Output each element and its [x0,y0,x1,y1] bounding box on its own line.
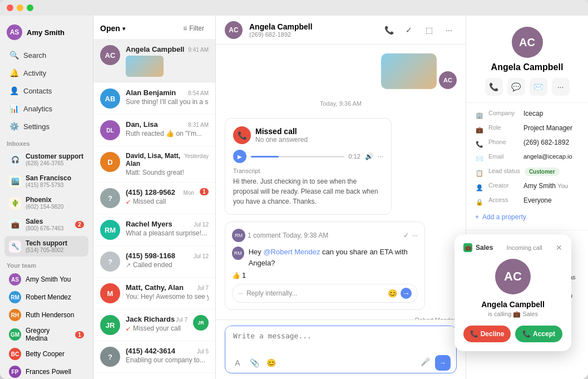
incoming-label: Incoming call [507,244,542,251]
check-comment-icon[interactable]: ✓ [403,232,409,239]
team-member-gregory[interactable]: GM Gregory Medina 1 [4,324,88,344]
conv-item-rachel[interactable]: RM Rachel MyersJul 12 What a pleasant su… [93,214,215,246]
conv-item-dan[interactable]: DL Dan, Lisa8:31 AM Ruth reacted 👍 on "I… [93,115,215,146]
comment-count: 1 comment [248,232,280,239]
more-audio-icon[interactable]: ··· [378,152,383,160]
conv-avatar: D [100,152,120,172]
conv-avatar: RM [100,220,120,240]
conv-item-matt[interactable]: M Matt, Cathy, AlanJul 7 You: Hey! Aweso… [93,278,215,309]
missed-call-icon2: ↙ [126,325,131,332]
decline-call-button[interactable]: 📞 Decline [463,326,511,342]
sidebar-item-label: Activity [23,69,46,77]
role-icon: 💼 [475,125,484,134]
call-button[interactable]: 📞 [381,22,397,38]
decline-icon: 📞 [470,330,478,338]
sidebar-profile[interactable]: AS Amy Smith [0,20,93,47]
profile-name: Amy Smith [27,28,65,37]
emoji-picker-icon[interactable]: 😊 [264,356,278,370]
inbox-tech-support[interactable]: 🔧 Tech support (514) 705-8002 [4,236,88,257]
inbox-phoenix[interactable]: 🌵 Phoenix (602) 154-9820 [4,193,88,213]
message-input-wrapper: A 📎 😊 🎤 → [225,326,457,373]
date-divider: Today, 9:36 AM [225,100,457,107]
inbox-san-francisco[interactable]: 🏙️ San Francisco (415) 875-5793 [4,171,88,191]
inbox-customer-support[interactable]: 🎧 Customer support (628) 246-3765 [4,149,88,170]
contacts-icon: 👤 [9,86,19,96]
toast-close-button[interactable]: ✕ [556,243,562,252]
check-button[interactable]: ✓ [401,22,417,38]
transfer-button[interactable]: ⬚ [421,22,437,38]
chat-contact-name: Angela Campbell [249,22,374,31]
avatar-gregory: GM [9,328,21,341]
chat-area: AC Angela Campbell (269) 682-1892 📞 ✓ ⬚ … [216,16,466,379]
conv-item-angela[interactable]: AC Angela Campbell 9:41 AM [93,40,215,83]
avatar-betty: BC [9,348,21,360]
transcript-text: Hi there. Just checking in to see when t… [233,176,383,206]
contact-more-button[interactable]: ··· [552,78,570,96]
contact-call-button[interactable]: 📞 [485,78,503,96]
toast-caller-name: Angela Campbell [463,300,562,309]
sidebar-item-settings[interactable]: ⚙️ Settings [4,118,88,135]
accept-call-button[interactable]: 📞 Accept [515,326,562,342]
more-options-button[interactable]: ··· [441,22,457,38]
team-member-amy[interactable]: AS Amy Smith You [4,271,88,288]
emoji-icon[interactable]: 😊 [388,289,397,298]
conv-item-phone3[interactable]: ? (415) 442-3614Jul 5 Enabling our compa… [93,341,215,373]
close-button[interactable] [7,4,13,11]
plus-property-icon: + [475,213,479,221]
toast-caller-sub: is calling 💼 Sales [463,311,562,318]
reply-internally-button[interactable]: ··· Reply internally... 😊 → [232,284,418,303]
status-label: Open [100,24,120,33]
conv-item-alan[interactable]: AB Alan Benjamin8:54 AM Sure thing! I'll… [93,83,215,115]
more-comment-icon[interactable]: ··· [412,232,418,239]
audio-progress-bar[interactable] [251,156,344,157]
toast-caller-avatar: AC [495,259,531,294]
contact-email-button[interactable]: ✉️ [530,78,547,96]
text-format-icon[interactable]: A [231,356,244,370]
minimize-button[interactable] [17,4,23,11]
team-member-robert[interactable]: RM Robert Mendez [4,289,88,306]
member-name: Gregory Medina [26,327,71,342]
audio-player: ▶ 0:12 🔊 ··· [233,150,383,163]
status-dropdown[interactable]: Open ▾ [100,24,125,33]
field-email: ✉️ Email angela@icecap.io [475,153,579,163]
conv-item-david[interactable]: D David, Lisa, Matt, AlanYesterday Matt:… [93,146,215,183]
filter-button[interactable]: ≡ Filter [179,22,209,35]
creator-icon: 👤 [475,183,484,192]
send-message-button[interactable]: → [435,355,451,371]
sidebar: AS Amy Smith 🔍 Search 🔔 Activity 👤 Conta… [0,16,93,379]
chat-header-avatar: AC [225,21,243,39]
inbox-sales[interactable]: 💼 Sales (800) 676-7463 2 [4,214,88,235]
sidebar-item-analytics[interactable]: 📊 Analytics [4,100,88,117]
fullscreen-button[interactable] [27,4,33,11]
unread-badge: 1 [200,188,209,195]
volume-icon[interactable]: 🔊 [365,152,373,160]
inboxes-section-title: Inboxes [0,135,93,149]
send-reply-button[interactable]: → [401,288,412,299]
message-input[interactable] [225,326,456,351]
conv-item-jack[interactable]: JR Jack RichardsJul 7 ↙Missed your call … [93,309,215,341]
contact-message-button[interactable]: 💬 [507,78,525,96]
sidebar-item-contacts[interactable]: 👤 Contacts [4,82,88,99]
sidebar-item-activity[interactable]: 🔔 Activity [4,65,88,81]
play-button[interactable]: ▶ [233,150,246,163]
reply-icon: ··· [238,290,243,297]
audio-fill [251,156,279,157]
team-member-ruth[interactable]: RH Ruth Henderson [4,307,88,323]
contact-name: Angela Campbell [491,62,564,72]
filter-icon: ≡ [183,24,187,32]
team-member-frances[interactable]: FP Frances Powell [4,363,88,379]
conv-avatar: AB [100,88,120,109]
sidebar-item-search[interactable]: 🔍 Search [4,47,88,63]
attachment-icon[interactable]: 📎 [248,356,261,370]
conv-avatar: ? [100,252,120,272]
contact-fields: 🏢 Company Icecap 💼 Role Project Manager … [466,103,588,230]
conv-item-phone1[interactable]: ? (415) 128-9562Mon ↙Missed call 1 [93,183,215,214]
team-member-betty[interactable]: BC Betty Cooper [4,346,88,362]
email-icon: ✉️ [475,154,484,163]
brand-icon: 💼 [463,243,472,252]
add-property-button[interactable]: + Add a property [475,211,579,223]
contact-actions: 📞 💬 ✉️ ··· [485,78,570,96]
inbox-icon-customer-support: 🎧 [9,154,21,166]
accept-icon: 📞 [522,330,531,338]
conv-item-phone2[interactable]: ? (415) 598-1168Jul 12 ↗Called ended [93,246,215,278]
